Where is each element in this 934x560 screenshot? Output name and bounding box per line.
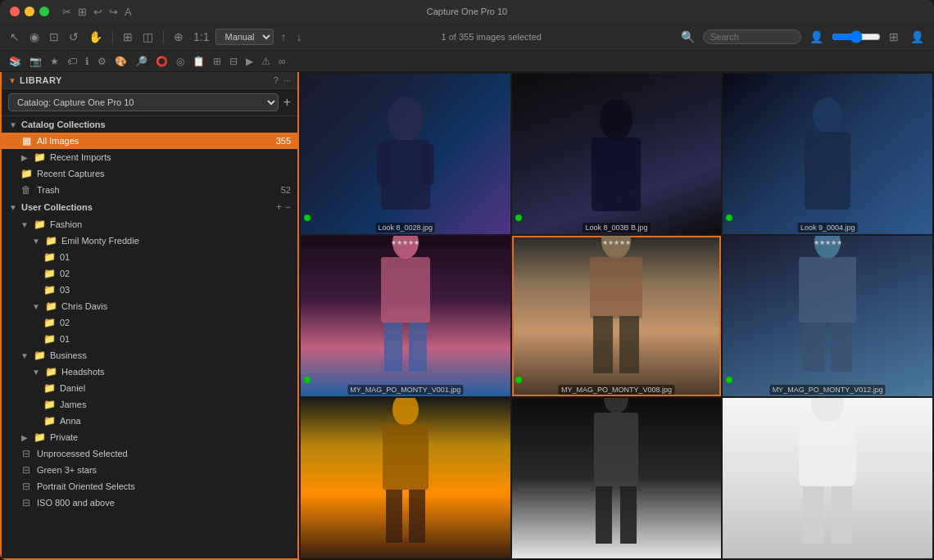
process-icon[interactable]: ▶ <box>243 55 256 68</box>
library-menu-icon[interactable]: ··· <box>283 75 291 85</box>
crop-tool[interactable]: ⊡ <box>46 29 62 45</box>
titlebar: ✂ ⊞ ↩ ↪ A Capture One Pro 10 <box>0 0 934 23</box>
photo-cell-7[interactable] <box>301 398 510 558</box>
photo-6-label: MY_MAG_PO_MONTY_V012.jpg <box>770 385 886 395</box>
user-collections-header[interactable]: ▼ User Collections + − <box>2 198 297 216</box>
photo-cell-1[interactable]: Look 8_0028.jpg <box>301 74 510 234</box>
rotate-tool[interactable]: ↺ <box>66 29 82 45</box>
photo-cell-4[interactable]: ★★★★★ MY_MAG_PO_MONTY_V001.jpg <box>301 236 510 396</box>
chris-davis-item[interactable]: ▼ 📁 Chris Davis <box>2 298 297 314</box>
tool-icon-3[interactable]: ↩ <box>93 6 102 18</box>
photo-cell-3[interactable]: Look 9_0004.jpg <box>723 74 932 234</box>
daniel-item[interactable]: 📁 Daniel <box>2 380 297 396</box>
library-help-icon[interactable]: ? <box>274 75 279 85</box>
cursor-tool[interactable]: ↖ <box>7 29 23 45</box>
lens-icon[interactable]: ⭕ <box>153 55 170 68</box>
zoom-fit[interactable]: ⊕ <box>170 29 187 45</box>
james-item[interactable]: 📁 James <box>2 396 297 413</box>
emil-02-item[interactable]: 📁 02 <box>2 265 297 282</box>
photo-cell-6[interactable]: ★★★★★ MY_MAG_PO_MONTY_V012.jpg <box>723 236 932 396</box>
user-collections-chevron: ▼ <box>8 202 18 212</box>
remove-collection-button[interactable]: − <box>285 201 291 213</box>
meta-icon[interactable]: 📋 <box>190 55 207 68</box>
grid-icon[interactable]: ⊟ <box>227 55 240 68</box>
view-icon[interactable]: ⊞ <box>120 29 136 45</box>
photo-5-label: MY_MAG_PO_MONTY_V008.jpg <box>559 385 674 395</box>
zoom-1to1[interactable]: 1:1 <box>190 29 212 45</box>
profile-icon[interactable]: 👤 <box>907 29 927 45</box>
lib-icon[interactable]: 📚 <box>7 55 24 68</box>
adj-icon[interactable]: ⚙ <box>95 55 109 68</box>
info-icon[interactable]: ℹ <box>83 55 92 68</box>
collapse-library-icon[interactable]: ▼ <box>8 76 16 85</box>
recent-imports-item[interactable]: ▶ 📁 Recent Imports <box>2 149 297 165</box>
catalog-collections-header[interactable]: ▼ Catalog Collections <box>2 116 297 133</box>
chris-02-item[interactable]: 📁 02 <box>2 314 297 331</box>
compare-icon[interactable]: ◫ <box>139 29 156 45</box>
emil-monty-item[interactable]: ▼ 📁 Emil Monty Freddie <box>2 233 297 249</box>
photo-2-badge <box>515 215 522 221</box>
cam-icon[interactable]: 📷 <box>27 55 44 68</box>
grid-size-icon[interactable]: ⊞ <box>886 29 902 45</box>
trash-item[interactable]: 🗑 Trash 52 <box>2 182 297 198</box>
svg-rect-5 <box>592 138 641 211</box>
ext-icon[interactable]: ∞ <box>276 55 288 68</box>
detail-icon[interactable]: 🔎 <box>133 55 150 68</box>
photo-cell-5[interactable]: ★★★★★ MY_MAG_PO_MONTY_V008.jpg <box>512 236 722 396</box>
svg-rect-7 <box>805 132 850 210</box>
iso-800-item[interactable]: ⊟ ISO 800 and above <box>2 495 297 511</box>
window-controls[interactable] <box>10 7 49 16</box>
user-icon[interactable]: 👤 <box>806 29 827 45</box>
close-button[interactable] <box>10 7 20 16</box>
local-icon[interactable]: ◎ <box>174 55 187 68</box>
batch-icon[interactable]: ⊞ <box>211 55 224 68</box>
photo-cell-8[interactable] <box>512 398 722 558</box>
star-icon[interactable]: ★ <box>48 55 61 68</box>
svg-rect-3 <box>422 144 434 185</box>
green-stars-item[interactable]: ⊟ Green 3+ stars <box>2 462 297 478</box>
anna-item[interactable]: 📁 Anna <box>2 413 297 429</box>
minimize-button[interactable] <box>25 7 34 16</box>
spot-tool[interactable]: ◉ <box>26 29 43 45</box>
svg-point-4 <box>600 99 632 140</box>
portrait-selects-item[interactable]: ⊟ Portrait Oriented Selects <box>2 478 297 495</box>
pan-tool[interactable]: ✋ <box>85 29 106 45</box>
unprocessed-selected-item[interactable]: ⊟ Unprocessed Selected <box>2 445 297 462</box>
sort-asc[interactable]: ↑ <box>277 29 289 45</box>
all-images-item[interactable]: ▦ All Images 355 <box>2 133 297 149</box>
emil-03-item[interactable]: 📁 03 <box>2 282 297 298</box>
photo-4-stars: ★★★★★ <box>391 239 419 246</box>
iso-smart-icon: ⊟ <box>20 497 33 508</box>
private-item[interactable]: ▶ 📁 Private <box>2 429 297 445</box>
portrait-smart-icon: ⊟ <box>20 481 33 492</box>
svg-rect-22 <box>386 490 402 543</box>
svg-point-20 <box>392 398 419 426</box>
search-input[interactable] <box>703 29 801 44</box>
tool-icon-5[interactable]: A <box>125 6 132 18</box>
add-catalog-button[interactable]: + <box>283 96 291 109</box>
fashion-group-item[interactable]: ▼ 📁 Fashion <box>2 216 297 233</box>
photo-6-stars: ★★★★★ <box>814 239 842 246</box>
color-icon[interactable]: 🎨 <box>112 55 129 68</box>
photo-cell-9[interactable] <box>723 398 932 558</box>
tool-icon-4[interactable]: ↪ <box>109 6 118 18</box>
recent-imports-folder-icon: 📁 <box>33 151 46 163</box>
headshots-item[interactable]: ▼ 📁 Headshots <box>2 364 297 380</box>
main-toolbar: ↖ ◉ ⊡ ↺ ✋ ⊞ ◫ ⊕ 1:1 Manual ↑ ↓ 1 of 355 … <box>0 23 934 51</box>
warn-icon[interactable]: ⚠ <box>259 55 273 68</box>
photo-cell-2[interactable]: Look 8_003B B.jpg <box>512 74 722 234</box>
tag-icon[interactable]: 🏷 <box>65 55 79 68</box>
business-group-item[interactable]: ▼ 📁 Business <box>2 347 297 364</box>
tool-icon-1[interactable]: ✂ <box>62 6 71 18</box>
svg-rect-31 <box>832 486 852 544</box>
zoom-slider[interactable] <box>832 30 881 43</box>
chris-01-item[interactable]: 📁 01 <box>2 331 297 347</box>
maximize-button[interactable] <box>39 7 49 16</box>
tool-icon-2[interactable]: ⊞ <box>78 6 87 18</box>
add-collection-button[interactable]: + <box>276 201 282 213</box>
catalog-select[interactable]: Catalog: Capture One Pro 10 <box>8 93 279 111</box>
sort-desc[interactable]: ↓ <box>292 29 305 45</box>
emil-01-item[interactable]: 📁 01 <box>2 249 297 265</box>
view-mode-select[interactable]: Manual <box>215 29 274 45</box>
recent-captures-item[interactable]: 📁 Recent Captures <box>2 165 297 182</box>
